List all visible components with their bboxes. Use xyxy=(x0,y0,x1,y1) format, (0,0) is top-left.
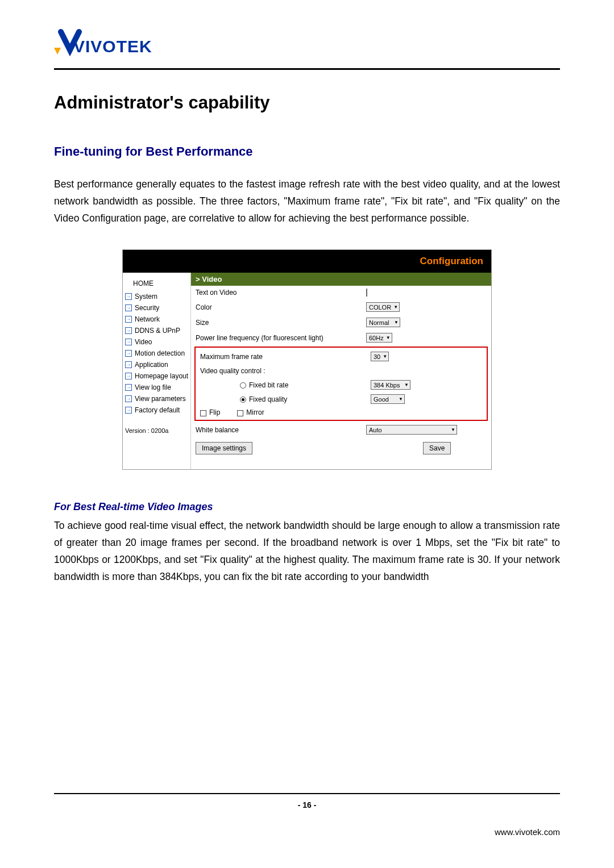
arrow-icon: → xyxy=(125,407,132,414)
maxframe-select[interactable]: 30 xyxy=(371,352,389,361)
arrow-icon: → xyxy=(125,361,132,368)
form-section-title: > Video xyxy=(191,273,491,286)
sidebar-version: Version : 0200a xyxy=(123,416,190,434)
sidebar-item-label: DDNS & UPnP xyxy=(135,327,180,335)
arrow-icon: → xyxy=(125,384,132,391)
sidebar-item-label: System xyxy=(135,293,157,301)
label-vqc: Video quality control : xyxy=(200,367,371,375)
svg-marker-0 xyxy=(54,48,61,55)
sidebar-item-motion[interactable]: →Motion detection xyxy=(123,348,190,359)
config-screenshot: Configuration HOME →System →Security →Ne… xyxy=(122,249,492,470)
image-settings-button[interactable]: Image settings xyxy=(196,442,252,454)
config-title: Configuration xyxy=(420,256,483,267)
sidebar-item-label: Factory default xyxy=(135,406,180,414)
vivotek-logo: VIVOTEK xyxy=(54,28,560,58)
arrow-icon: → xyxy=(125,395,132,402)
arrow-icon: → xyxy=(125,304,132,311)
section-heading: Fine-tuning for Best Performance xyxy=(54,144,560,159)
label-powerline: Power line frequency (for fluorescent li… xyxy=(196,334,366,342)
realtime-paragraph: To achieve good real-time visual effect,… xyxy=(54,518,560,585)
intro-paragraph: Best performance generally equates to th… xyxy=(54,176,560,227)
svg-text:VIVOTEK: VIVOTEK xyxy=(73,37,152,56)
sidebar-item-security[interactable]: →Security xyxy=(123,302,190,314)
label-white-balance: White balance xyxy=(196,426,366,434)
save-button[interactable]: Save xyxy=(423,442,451,454)
label-size: Size xyxy=(196,319,366,327)
arrow-icon: → xyxy=(125,293,132,300)
sidebar-item-ddns[interactable]: →DDNS & UPnP xyxy=(123,325,190,336)
sidebar-item-homepage[interactable]: →Homepage layout xyxy=(123,370,190,382)
subsection-heading: For Best Real-time Video Images xyxy=(54,501,560,513)
bottom-rule xyxy=(54,793,560,794)
arrow-icon: → xyxy=(125,373,132,379)
radio-fixed-quality[interactable] xyxy=(240,397,246,403)
arrow-icon: → xyxy=(125,350,132,357)
sidebar-item-factory[interactable]: →Factory default xyxy=(123,404,190,416)
page-number: - 16 - xyxy=(0,800,614,809)
fixed-bit-select[interactable]: 384 Kbps xyxy=(371,380,410,390)
config-header: Configuration xyxy=(123,250,491,273)
top-rule xyxy=(54,68,560,70)
label-mirror: Mirror xyxy=(246,408,264,416)
label-color: Color xyxy=(196,303,366,311)
sidebar-item-label: Motion detection xyxy=(135,349,185,357)
footer-url: www.vivotek.com xyxy=(495,827,560,837)
arrow-icon: → xyxy=(125,327,132,334)
sidebar-item-label: Application xyxy=(135,361,168,369)
label-fixed-quality: Fixed quality xyxy=(249,395,287,403)
config-sidebar: HOME →System →Security →Network →DDNS & … xyxy=(123,273,191,469)
powerline-select[interactable]: 60Hz xyxy=(366,333,392,343)
sidebar-item-label: Video xyxy=(135,338,152,346)
sidebar-item-system[interactable]: →System xyxy=(123,291,190,302)
sidebar-item-label: Security xyxy=(135,304,159,312)
sidebar-item-label: Network xyxy=(135,315,160,323)
label-maxframe: Maximum frame rate xyxy=(200,353,371,361)
checkbox-flip[interactable] xyxy=(200,410,206,416)
video-form: > Video Text on Video Color COLOR Size N… xyxy=(191,273,491,469)
sidebar-home[interactable]: HOME xyxy=(123,276,190,291)
checkbox-mirror[interactable] xyxy=(237,410,243,416)
highlighted-region: Maximum frame rate 30 Video quality cont… xyxy=(194,347,488,421)
label-fixed-bit: Fixed bit rate xyxy=(249,381,288,389)
sidebar-item-label: View log file xyxy=(135,383,171,391)
white-balance-select[interactable]: Auto xyxy=(366,425,457,435)
label-text-on-video: Text on Video xyxy=(196,289,366,297)
text-on-video-input[interactable] xyxy=(366,289,367,297)
page-heading: Administrator's capability xyxy=(54,93,560,113)
sidebar-item-viewparams[interactable]: →View parameters xyxy=(123,393,190,404)
label-flip: Flip xyxy=(209,408,220,416)
sidebar-item-logfile[interactable]: →View log file xyxy=(123,382,190,393)
sidebar-item-network[interactable]: →Network xyxy=(123,314,190,325)
sidebar-item-application[interactable]: →Application xyxy=(123,359,190,370)
size-select[interactable]: Normal xyxy=(366,318,400,327)
color-select[interactable]: COLOR xyxy=(366,302,400,312)
arrow-icon: → xyxy=(125,316,132,323)
arrow-icon: → xyxy=(125,339,132,345)
sidebar-item-video[interactable]: →Video xyxy=(123,336,190,348)
sidebar-item-label: Homepage layout xyxy=(135,372,188,380)
radio-fixed-bit[interactable] xyxy=(240,382,246,389)
fixed-quality-select[interactable]: Good xyxy=(371,394,405,404)
sidebar-item-label: View parameters xyxy=(135,395,186,403)
